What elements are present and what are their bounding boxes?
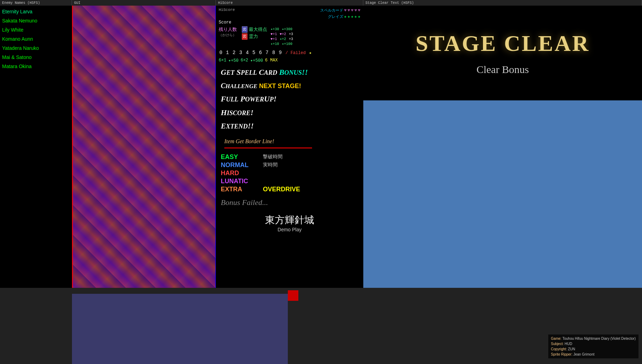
time-label-2: 実時間 (263, 162, 278, 168)
enemy-names-panel: Eternity Larva Sakata Nemuno Lily White … (0, 6, 72, 293)
max-score-section: 図 最大得点 図 霊力 (242, 26, 267, 40)
info-copyright-label: Copyright: (551, 347, 567, 351)
stage-clear-title: STAGE CLEAR (416, 31, 590, 57)
bottom-game-area (72, 294, 288, 364)
game-title-jp: 東方輝針城 (217, 213, 362, 227)
bonus-failed-section: Bonus Failed... (217, 195, 362, 210)
star-icon-4: ★ (354, 14, 357, 19)
stat-green-300: ✦+300 (282, 27, 292, 32)
info-copyright-value: ZUN (568, 347, 575, 351)
header-bar: Enemy Names (HSFS) GUI HiScore Stage Cle… (0, 0, 642, 6)
game-border-left (72, 6, 73, 293)
bonus-spell-card: GET SPELL CARD BONUS!! (217, 66, 362, 80)
mult-x2: 6×2 (240, 58, 248, 63)
stat-green-100: ✦+100 (282, 42, 292, 47)
info-game-row: Game: Touhou Hifuu Nightmare Diary (Viol… (551, 336, 636, 341)
info-sprite-value: Jean Grimont (574, 352, 595, 356)
diff-lunatic: LUNATIC (221, 178, 256, 185)
game-background (72, 6, 216, 293)
bonus-challenge: CHALLENGE NEXT STAGE! (217, 80, 362, 93)
stat-pink-1a: ♥+1 (271, 32, 277, 37)
max-score-label: 最大得点 (249, 26, 267, 33)
stat-green-30: ✦+30 (271, 27, 279, 32)
stage-clear-panel: STAGE CLEAR Clear Bonus (363, 6, 642, 100)
info-panel: Game: Touhou Hifuu Nightmare Diary (Viol… (548, 335, 638, 358)
red-divider (224, 147, 312, 148)
stats-mini: ✦+30 ✦+300 ♥+1 ♥+2 +3 ♥+1 ✦+2 +3 ✦+10 ✦+… (269, 26, 294, 47)
info-game-label: Game: (551, 337, 562, 340)
diff-easy: EASY (221, 153, 256, 161)
header-label-hiscore: HiScore (218, 1, 233, 5)
graze-section: グレイズ ★ ★ ★ ★ ★ (328, 14, 360, 19)
spirit-label: 霊力 (249, 33, 258, 40)
score-digits: 0 1 2 3 4 5 6 7 8 9 (219, 50, 282, 55)
info-sprite-row: Sprite Ripper: Jean Grimont (551, 352, 636, 357)
header-label-gui: GUI (74, 1, 80, 5)
enemy-sakata-nemuno: Sakata Nemuno (2, 16, 70, 25)
mult-plus50: ✦+50 (229, 58, 239, 63)
clear-bonus-label: Clear Bonus (476, 64, 529, 75)
diff-row-easy: EASY 撃破時間 (221, 153, 358, 161)
spell-card-label: スペルカード (320, 8, 343, 13)
mult-x1: 6×1 (219, 58, 226, 63)
mult-plus500: ✦+500 (250, 58, 263, 63)
spell-card-section: スペルカード ♥ ♥ ♥ ♥ ♥ (320, 8, 360, 13)
hud-panel: HiScore スペルカード ♥ ♥ ♥ ♥ ♥ グレイズ ★ ★ ★ ★ ★ … (216, 6, 363, 293)
info-game-value: Touhou Hifuu Nightmare Diary (Violet Det… (562, 337, 636, 340)
enemy-komano-aunn: Komano Aunn (2, 34, 70, 44)
info-copyright-row: Copyright: ZUN (551, 346, 636, 352)
multipliers-row: 6×1 ✦+50 6×2 ✦+500 6 MAX (217, 57, 362, 64)
header-hiscore: HiScore (216, 0, 363, 6)
score-star: ★ (309, 51, 311, 55)
lives-section: 残り人数 （かけら） (219, 26, 237, 38)
info-subject-label: Subject: (551, 342, 564, 346)
star-icon-2: ★ (348, 14, 350, 19)
enemy-lily-white: Lily White (2, 25, 70, 34)
diff-row-hard: HARD (221, 170, 358, 177)
enemy-eternity-larva: Eternity Larva (2, 7, 70, 16)
max-score-icon: 図 (242, 26, 247, 33)
header-enemy-names: Enemy Names (HSFS) (0, 0, 72, 6)
diff-overdrive: OVERDRIVE (263, 186, 300, 193)
score-digits-row: 0 1 2 3 4 5 6 7 8 9 / Failed ★ (217, 48, 362, 57)
heart-icon-3: ♥ (351, 8, 354, 13)
header-gui: GUI (72, 0, 216, 6)
hiscore-label: HiScore (219, 8, 235, 13)
diff-row-normal: NORMAL 実時間 (221, 161, 358, 169)
lives-sublabel: （かけら） (219, 33, 237, 38)
bonus-hiscore: HISCORE! (217, 106, 362, 120)
info-subject-value: HUD (565, 342, 572, 346)
bottom-bar (0, 288, 642, 364)
mult-max: 6 MAX (265, 58, 278, 63)
border-line-text: Item Get Border Line! (221, 137, 358, 146)
graze-label: グレイズ (328, 14, 343, 19)
bonus-powerup: FULL POWERUP! (217, 93, 362, 106)
difficulty-section: EASY 撃破時間 NORMAL 実時間 HARD LUNATIC EXTRA … (217, 151, 362, 195)
bonus-extend: EXTEND!! (217, 120, 362, 133)
lives-label: 残り人数 (219, 26, 237, 33)
stat-plus-3: +3 (289, 32, 293, 37)
diff-hard: HARD (221, 170, 256, 177)
diff-normal: NORMAL (221, 161, 256, 169)
enemy-mai-satono: Mai & Satono (2, 53, 70, 62)
stat-plus-3b: +3 (289, 37, 293, 42)
header-label-enemy: Enemy Names (HSFS) (2, 1, 40, 5)
enemy-matara-okina: Matara Okina (2, 62, 70, 71)
demo-play-label: Demo Play (217, 227, 362, 232)
game-area (72, 6, 216, 293)
heart-icon-2: ♥ (348, 8, 350, 13)
enemy-yatadera-naruko: Yatadera Naruko (2, 44, 70, 53)
time-label-1: 撃破時間 (263, 154, 283, 160)
bonus-failed-text: Bonus Failed... (217, 195, 362, 210)
red-box (288, 290, 298, 301)
heart-icon-5: ♥ (358, 8, 360, 13)
score-row: Score (217, 19, 362, 26)
spirit-icon: 図 (242, 33, 247, 40)
lives-row: 残り人数 （かけら） 図 最大得点 図 霊力 ✦+30 ✦+300 ♥+1 ♥+… (217, 26, 362, 48)
heart-icon-1: ♥ (344, 8, 347, 13)
diff-row-extra: EXTRA OVERDRIVE (221, 186, 358, 193)
stat-green-10: ✦+10 (271, 42, 279, 47)
score-label: Score (219, 20, 231, 25)
heart-icon-4: ♥ (354, 8, 357, 13)
info-subject-row: Subject: HUD (551, 341, 636, 346)
